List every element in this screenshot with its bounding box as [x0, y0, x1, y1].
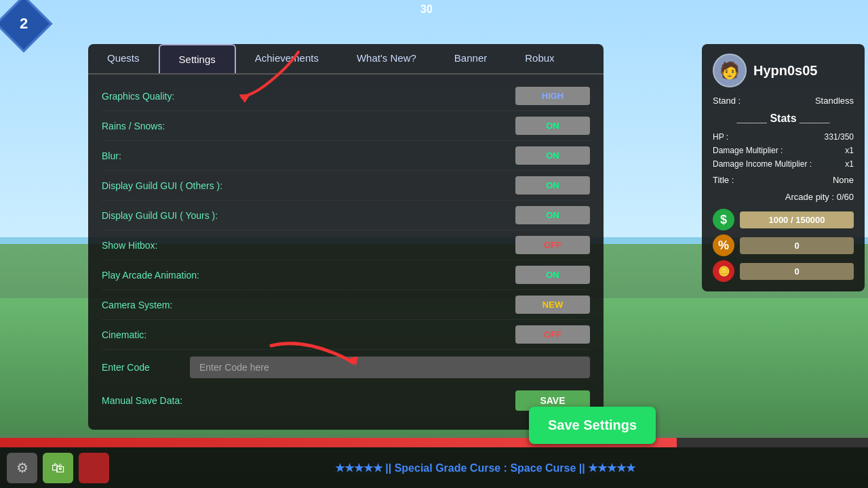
save-settings-button[interactable]: Save Settings — [529, 407, 656, 444]
currency-value-3: 0 — [740, 263, 854, 280]
hud-top-left: 2 — [3, 3, 44, 44]
currency-row-2: % 0 — [713, 235, 854, 256]
code-input[interactable] — [190, 357, 590, 378]
bottom-bar: ⚙ 🛍 ★★★★★ || Special Grade Curse : Space… — [0, 447, 868, 488]
setting-row-hitbox: Show Hitbox: OFF — [102, 230, 590, 260]
dmg-income-row: Damage Income Multiplier : x1 — [713, 157, 854, 171]
enter-code-row: Enter Code — [102, 350, 590, 385]
right-panel: 🧑 Hypn0s05 Stand : Standless _____ Stats… — [702, 44, 865, 291]
tab-settings[interactable]: Settings — [159, 44, 236, 73]
gear-icon[interactable]: ⚙ — [7, 453, 37, 483]
rain-btn[interactable]: ON — [515, 117, 590, 135]
guild-yours-btn[interactable]: ON — [515, 206, 590, 224]
hp-value: 331/350 — [825, 132, 854, 142]
manual-save-row: Manual Save Data: SAVE — [102, 385, 590, 416]
title-value: None — [833, 175, 854, 185]
settings-content: Graphics Quality: HIGH Rains / Snows: ON… — [88, 75, 604, 423]
bottom-icons: ⚙ 🛍 — [7, 453, 109, 483]
cinematic-btn[interactable]: OFF — [515, 325, 590, 344]
stand-row: Stand : Standless — [713, 96, 854, 106]
graphics-quality-label: Graphics Quality: — [102, 91, 174, 102]
tabs: Quests Settings Achievements What's New?… — [88, 44, 604, 75]
currency-value-1: 1000 / 150000 — [740, 211, 854, 228]
graphics-quality-btn[interactable]: HIGH — [515, 87, 590, 105]
title-label: Title : — [713, 175, 734, 185]
setting-row-guild-others: Display Guild GUI ( Others ): ON — [102, 171, 590, 201]
guild-yours-label: Display Guild GUI ( Yours ): — [102, 210, 218, 221]
dmg-mult-row: Damage Multiplier : x1 — [713, 144, 854, 157]
manual-save-label: Manual Save Data: — [102, 395, 182, 406]
blur-btn[interactable]: ON — [515, 146, 590, 165]
guild-others-btn[interactable]: ON — [515, 176, 590, 195]
dollar-icon: $ — [713, 209, 734, 230]
rain-label: Rains / Snows: — [102, 121, 165, 131]
blur-label: Blur: — [102, 150, 121, 161]
bag-icon[interactable]: 🛍 — [43, 453, 73, 483]
top-number: 30 — [420, 3, 433, 16]
tab-achievements[interactable]: Achievements — [236, 44, 338, 73]
diamond-number: 2 — [20, 15, 28, 33]
avatar: 🧑 — [713, 54, 747, 87]
dmg-income-value: x1 — [845, 159, 854, 169]
coin-icon: 🪙 — [713, 260, 734, 282]
tab-quests[interactable]: Quests — [88, 44, 159, 73]
setting-row-camera: Camera System: NEW — [102, 290, 590, 320]
currency-value-2: 0 — [740, 237, 854, 254]
hp-row: HP : 331/350 — [713, 130, 854, 144]
tab-robux[interactable]: Robux — [506, 44, 573, 73]
title-row: Title : None — [713, 171, 854, 189]
camera-label: Camera System: — [102, 300, 172, 310]
bottom-text: ★★★★★ || Special Grade Curse : Space Cur… — [109, 462, 861, 474]
health-bar-container — [0, 438, 868, 447]
cinematic-label: Cinematic: — [102, 329, 146, 340]
percent-icon: % — [713, 235, 734, 256]
stand-label: Stand : — [713, 96, 741, 106]
dmg-mult-value: x1 — [845, 146, 854, 155]
camera-btn[interactable]: NEW — [515, 296, 590, 314]
setting-row-graphics: Graphics Quality: HIGH — [102, 81, 590, 111]
hitbox-label: Show Hitbox: — [102, 240, 157, 251]
setting-row-blur: Blur: ON — [102, 141, 590, 171]
hitbox-btn[interactable]: OFF — [515, 236, 590, 254]
currency-row-1: $ 1000 / 150000 — [713, 209, 854, 230]
stats-header: _____ Stats _____ — [713, 113, 854, 125]
guild-others-label: Display Guild GUI ( Others ): — [102, 180, 222, 191]
hp-label: HP : — [713, 132, 728, 142]
setting-row-cinematic: Cinematic: OFF — [102, 320, 590, 350]
dmg-income-label: Damage Income Multiplier : — [713, 159, 812, 169]
enter-code-label: Enter Code — [102, 362, 183, 373]
currency-row-3: 🪙 0 — [713, 260, 854, 282]
setting-row-rain: Rains / Snows: ON — [102, 111, 590, 141]
tab-banner[interactable]: Banner — [435, 44, 506, 73]
arcade-pity: Arcade pity : 0/60 — [713, 189, 854, 205]
red-icon[interactable] — [79, 453, 109, 483]
main-panel: Quests Settings Achievements What's New?… — [88, 44, 604, 430]
player-name: Hypn0s05 — [753, 63, 818, 79]
arcade-btn[interactable]: ON — [515, 266, 590, 284]
player-header: 🧑 Hypn0s05 — [713, 54, 854, 87]
tab-whats-new[interactable]: What's New? — [338, 44, 435, 73]
stand-value: Standless — [815, 96, 854, 106]
dmg-mult-label: Damage Multiplier : — [713, 146, 783, 155]
setting-row-arcade: Play Arcade Animation: ON — [102, 260, 590, 290]
setting-row-guild-yours: Display Guild GUI ( Yours ): ON — [102, 201, 590, 230]
arcade-label: Play Arcade Animation: — [102, 270, 199, 281]
